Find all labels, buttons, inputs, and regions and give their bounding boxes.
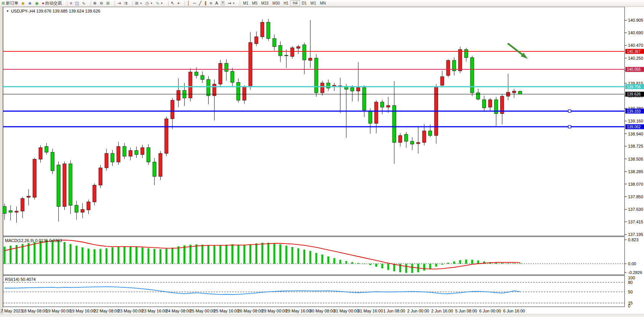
vline-button[interactable]: │ xyxy=(186,0,191,6)
dropdown-arrow-icon: ▼ xyxy=(140,2,142,5)
clock-icon: ◷ xyxy=(145,1,149,5)
toolbar-separator xyxy=(64,1,67,6)
chart-title: ▼ USDJPY-,H4 139.676 139.685 139.624 139… xyxy=(6,9,100,13)
timeframe-button-w1[interactable]: W1 xyxy=(309,0,318,6)
cursor-icon: ↖ xyxy=(171,1,174,5)
crosshair-icon: + xyxy=(177,1,180,5)
dropdown-arrow-icon: ▼ xyxy=(161,2,163,5)
line-chart-button[interactable]: ∿ xyxy=(80,0,87,6)
chart-title-text: USDJPY-,H4 139.676 139.685 139.624 139.6… xyxy=(11,9,100,13)
main-chart-pane[interactable] xyxy=(3,7,625,236)
timeframe-button-m1[interactable]: M1 xyxy=(241,0,250,6)
tile-windows-button[interactable]: ⊞ xyxy=(105,0,111,6)
crosshair-button[interactable]: + xyxy=(176,0,181,6)
macd-pane[interactable] xyxy=(3,237,625,275)
horizontal-line-icon: ─ xyxy=(193,1,196,5)
timeframe-button-h1[interactable]: H1 xyxy=(282,0,290,6)
signal-icon: ◉ xyxy=(35,1,39,5)
channel-button[interactable]: ∥ xyxy=(203,0,208,6)
new-order-button-label: 新订单 xyxy=(6,0,18,6)
line-chart-icon: ∿ xyxy=(82,1,85,5)
zoom-out-button[interactable]: ⊖ xyxy=(98,0,105,6)
zoom-out-icon: ⊖ xyxy=(100,1,103,5)
shift-end-icon: ⇥ xyxy=(117,1,121,5)
candlestick-chart-icon: ◫ xyxy=(75,1,79,5)
fibo-button[interactable]: ≡ xyxy=(208,0,214,6)
toolbar-separator xyxy=(182,1,185,6)
trendline-button[interactable]: ╱ xyxy=(198,0,203,6)
shift-chart-button[interactable]: ⇥ xyxy=(116,0,122,6)
zoom-in-icon: ⊕ xyxy=(93,1,97,5)
new-order-icon: ⊞ xyxy=(2,1,5,5)
trading-terminal-window: ⊞新订单◆☻◉●自动交易≡◫∿⊕⊖⊞⇥⇉⊞▼◷▼∿▼↖+│─╱∥≡AT⇝▼M1M… xyxy=(0,0,644,317)
indicators-icon: ∿ xyxy=(156,1,159,5)
timeframe-button-mn[interactable]: MN xyxy=(318,0,328,6)
new-chart-button[interactable]: ⊞▼ xyxy=(134,0,144,6)
text-button[interactable]: A xyxy=(214,0,219,6)
toolbar-separator xyxy=(88,1,91,6)
tile-windows-icon: ⊞ xyxy=(106,1,110,5)
toolbar-separator xyxy=(166,1,169,6)
autotrading-icon: ● xyxy=(42,1,45,5)
arrows-button[interactable]: ⇝▼ xyxy=(226,0,236,6)
styles-button[interactable]: ◆ xyxy=(20,0,26,6)
vertical-line-icon: │ xyxy=(187,1,190,5)
zoom-in-button[interactable]: ⊕ xyxy=(92,0,98,6)
toolbar-separator xyxy=(130,1,133,6)
bar-chart-button[interactable]: ≡ xyxy=(68,0,73,6)
rsi-indicator-label: RSI(14) 50.4074 xyxy=(5,277,36,282)
fibonacci-icon: ≡ xyxy=(210,1,212,5)
timeframe-button-m30[interactable]: M30 xyxy=(271,0,282,6)
timeframe-button-m5[interactable]: M5 xyxy=(250,0,259,6)
new-chart-icon: ⊞ xyxy=(135,1,139,5)
text-icon: A xyxy=(215,1,218,5)
autotrading-button-label: 自动交易 xyxy=(45,0,62,6)
text-label-icon: T xyxy=(221,1,225,5)
trendline-icon: ╱ xyxy=(199,1,202,5)
macd-indicator-label: MACD(12,26,9) 0.0136 0.0363 xyxy=(5,238,62,243)
signals-button[interactable]: ◉ xyxy=(33,0,40,6)
timeframe-button-d1[interactable]: D1 xyxy=(300,0,309,6)
candle-chart-button[interactable]: ◫ xyxy=(73,0,80,6)
dropdown-arrow-icon: ▼ xyxy=(150,2,153,5)
new-order-button[interactable]: ⊞新订单 xyxy=(0,0,20,6)
chevron-down-icon: ▼ xyxy=(6,10,9,13)
toolbar-separator xyxy=(237,1,240,6)
cursor-button[interactable]: ↖ xyxy=(169,0,176,6)
rsi-pane[interactable] xyxy=(3,276,625,307)
toolbar-separator xyxy=(112,1,115,6)
time-axis[interactable] xyxy=(3,307,625,314)
channel-icon: ∥ xyxy=(204,1,207,5)
bar-chart-icon: ≡ xyxy=(69,2,73,4)
autoscroll-button[interactable]: ⇉ xyxy=(122,0,129,6)
hline-button[interactable]: ─ xyxy=(191,0,198,6)
periods-button[interactable]: ◷▼ xyxy=(144,0,155,6)
timeframe-button-h4[interactable]: H4 xyxy=(290,0,300,6)
paint-bucket-icon: ◆ xyxy=(21,1,24,5)
main-toolbar: ⊞新订单◆☻◉●自动交易≡◫∿⊕⊖⊞⇥⇉⊞▼◷▼∿▼↖+│─╱∥≡AT⇝▼M1M… xyxy=(0,0,644,7)
indicators-button[interactable]: ∿▼ xyxy=(154,0,164,6)
price-axis[interactable] xyxy=(625,7,644,307)
autoscroll-icon: ⇉ xyxy=(124,1,127,5)
dropdown-arrow-icon: ▼ xyxy=(232,2,235,5)
timeframe-button-m15[interactable]: M15 xyxy=(259,0,270,6)
label-button[interactable]: T xyxy=(220,0,226,6)
profile-button[interactable]: ☻ xyxy=(26,0,34,6)
arrow-objects-icon: ⇝ xyxy=(228,1,231,5)
autotrading-button[interactable]: ●自动交易 xyxy=(40,0,64,6)
profile-icon: ☻ xyxy=(28,1,32,5)
